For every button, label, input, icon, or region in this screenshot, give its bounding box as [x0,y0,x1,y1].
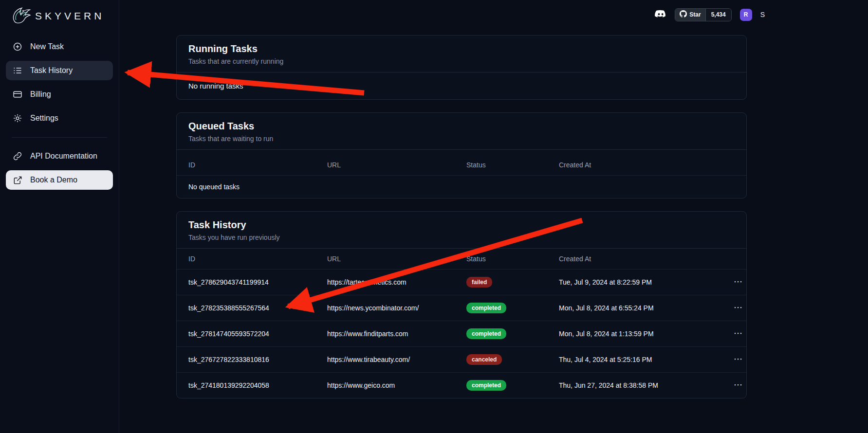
task-status-cell: canceled [455,347,547,373]
running-tasks-header: Running Tasks Tasks that are currently r… [177,36,746,72]
task-history-card: Task History Tasks you have run previous… [176,211,747,398]
page-content: Running Tasks Tasks that are currently r… [119,29,868,398]
task-actions-cell: ⋯ [720,295,747,321]
card-subtitle: Tasks that are waiting to run [188,135,735,143]
column-header-url: URL [315,155,455,176]
task-history-header: Task History Tasks you have run previous… [177,212,746,249]
table-header-row: ID URL Status Created At [177,155,747,176]
task-created-cell: Thu, Jun 27, 2024 at 8:38:58 PM [547,373,720,398]
sidebar-item-label: Task History [30,66,73,75]
sidebar-item-book-a-demo[interactable]: Book a Demo [6,170,113,190]
task-created-cell: Mon, Jul 8, 2024 at 1:13:59 PM [547,321,720,347]
main-area: Star 5,434 R S Running Tasks Tasks that … [119,0,868,433]
task-id-cell: tsk_278629043741199914 [177,270,315,295]
github-logo-icon [680,10,687,19]
link-icon [13,151,22,161]
table-header-row: ID URL Status Created At [177,249,747,270]
sidebar-item-label: API Documentation [30,152,97,161]
task-actions-cell: ⋯ [720,373,747,398]
table-row[interactable]: tsk_274180139292204058 https://www.geico… [177,373,747,398]
github-star-count[interactable]: 5,434 [706,9,731,21]
gear-icon [13,113,22,123]
queued-tasks-header: Queued Tasks Tasks that are waiting to r… [177,113,746,150]
row-actions-button[interactable]: ⋯ [732,304,744,311]
task-actions-cell: ⋯ [720,270,747,295]
task-url-cell: https://tartecosmetics.com [315,270,455,295]
column-header-created-at: Created At [547,155,720,176]
column-header-url: URL [315,249,455,270]
card-title: Task History [188,219,735,231]
brand-name: SKYVERN [35,10,104,22]
status-badge: completed [466,303,506,313]
task-actions-cell: ⋯ [720,321,747,347]
row-actions-button[interactable]: ⋯ [732,356,744,362]
discord-button[interactable] [654,10,666,19]
task-id-cell: tsk_278235388555267564 [177,295,315,321]
running-tasks-empty-text: No running tasks [177,72,746,99]
column-header-id: ID [177,249,315,270]
table-row[interactable]: tsk_278629043741199914 https://tartecosm… [177,270,747,295]
running-tasks-card: Running Tasks Tasks that are currently r… [176,35,747,100]
user-avatar[interactable]: R [740,9,752,21]
sidebar-item-api-documentation[interactable]: API Documentation [6,146,113,166]
spacer [177,150,746,155]
task-created-cell: Thu, Jul 4, 2024 at 5:25:16 PM [547,347,720,373]
sidebar-nav: New Task Task History Billing Settings [0,30,119,194]
task-history-table: ID URL Status Created At tsk_27862904374… [177,249,747,398]
empty-row: No queued tasks [177,176,747,198]
row-actions-button[interactable]: ⋯ [732,381,744,388]
column-header-actions [720,249,747,270]
column-header-status: Status [455,155,547,176]
queued-tasks-table: ID URL Status Created At No queued tasks [177,155,747,198]
task-status-cell: completed [455,373,547,398]
github-star-widget[interactable]: Star 5,434 [675,8,731,21]
task-created-cell: Tue, Jul 9, 2024 at 8:22:59 PM [547,270,720,295]
task-url-cell: https://www.finditparts.com [315,321,455,347]
credit-card-icon [13,90,22,99]
sidebar-item-label: New Task [30,42,64,51]
task-status-cell: failed [455,270,547,295]
external-link-icon [13,175,22,185]
task-actions-cell: ⋯ [720,347,747,373]
table-row[interactable]: tsk_276727822333810816 https://www.tirab… [177,347,747,373]
task-id-cell: tsk_274180139292204058 [177,373,315,398]
table-row[interactable]: tsk_278147405593572204 https://www.findi… [177,321,747,347]
sidebar-item-new-task[interactable]: New Task [6,37,113,56]
task-status-cell: completed [455,295,547,321]
card-title: Running Tasks [188,43,735,54]
github-star-label: Star [689,11,701,18]
column-header-id: ID [177,155,315,176]
table-row[interactable]: tsk_278235388555267564 https://news.ycom… [177,295,747,321]
task-id-cell: tsk_276727822333810816 [177,347,315,373]
github-star-button[interactable]: Star [675,9,705,21]
brand-header: SKYVERN [0,0,119,30]
sidebar-item-settings[interactable]: Settings [6,108,113,128]
task-url-cell: https://www.tirabeauty.com/ [315,347,455,373]
task-url-cell: https://www.geico.com [315,373,455,398]
sidebar-item-label: Book a Demo [30,176,77,184]
card-subtitle: Tasks that are currently running [188,57,735,65]
sidebar-item-billing[interactable]: Billing [6,85,113,104]
topbar: Star 5,434 R S [119,0,868,29]
row-actions-button[interactable]: ⋯ [732,278,744,285]
row-actions-button[interactable]: ⋯ [732,330,744,337]
column-header-actions [720,155,747,176]
user-name-truncated: S [760,11,765,18]
sidebar-divider [12,137,107,138]
sidebar-item-label: Settings [30,114,58,123]
task-created-cell: Mon, Jul 8, 2024 at 6:55:24 PM [547,295,720,321]
status-badge: completed [466,328,506,339]
column-header-created-at: Created At [547,249,720,270]
task-id-cell: tsk_278147405593572204 [177,321,315,347]
queued-tasks-card: Queued Tasks Tasks that are waiting to r… [176,112,747,198]
sidebar-item-label: Billing [30,90,51,99]
skyvern-logo-icon [10,5,31,27]
status-badge: canceled [466,354,502,365]
status-badge: completed [466,380,506,391]
status-badge: failed [466,277,492,288]
list-icon [13,66,22,75]
sidebar-item-task-history[interactable]: Task History [6,61,113,80]
column-header-status: Status [455,249,547,270]
card-title: Queued Tasks [188,121,735,132]
plus-circle-icon [13,42,22,52]
